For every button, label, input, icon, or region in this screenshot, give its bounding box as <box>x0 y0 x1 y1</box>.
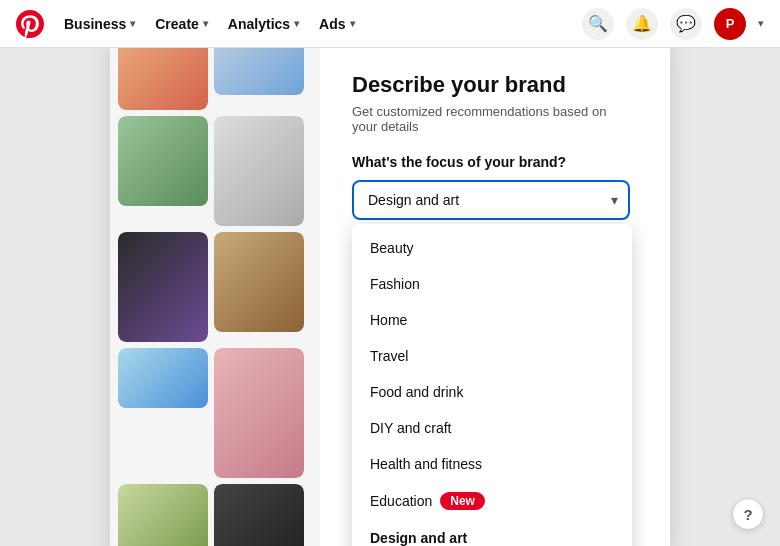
option-design-and-art[interactable]: Design and art <box>352 520 632 546</box>
nav-business[interactable]: Business ▾ <box>64 16 135 32</box>
nav-create[interactable]: Create ▾ <box>155 16 208 32</box>
bell-icon[interactable]: 🔔 <box>626 8 658 40</box>
search-icon[interactable]: 🔍 <box>582 8 614 40</box>
brand-focus-dropdown-wrapper: BeautyFashionHomeTravelFood and drinkDIY… <box>352 180 630 220</box>
mosaic-img-1 <box>118 40 208 110</box>
navbar: Business ▾ Create ▾ Analytics ▾ Ads ▾ 🔍 … <box>0 0 780 48</box>
mosaic-img-3 <box>118 116 208 226</box>
nav-ads[interactable]: Ads ▾ <box>319 16 354 32</box>
option-travel[interactable]: Travel <box>352 338 632 374</box>
modal-card: Describe your brand Get customized recom… <box>110 32 670 546</box>
user-avatar[interactable]: P <box>714 8 746 40</box>
option-beauty[interactable]: Beauty <box>352 230 632 266</box>
mosaic-img-6 <box>214 232 304 342</box>
mosaic-img-10 <box>214 484 304 546</box>
mosaic-img-5 <box>118 232 208 342</box>
option-diy-and-craft[interactable]: DIY and craft <box>352 410 632 446</box>
mosaic-img-9 <box>118 484 208 546</box>
help-button[interactable]: ? <box>732 498 764 530</box>
modal-title: Describe your brand <box>352 72 630 98</box>
chevron-down-icon: ▾ <box>203 18 208 29</box>
main-area: Describe your brand Get customized recom… <box>0 48 780 546</box>
option-health-and-fitness[interactable]: Health and fitness <box>352 446 632 482</box>
option-food-and-drink[interactable]: Food and drink <box>352 374 632 410</box>
nav-analytics[interactable]: Analytics ▾ <box>228 16 299 32</box>
chevron-down-icon: ▾ <box>758 17 764 30</box>
option-fashion[interactable]: Fashion <box>352 266 632 302</box>
mosaic-img-4 <box>214 116 304 226</box>
mosaic-img-7 <box>118 348 208 478</box>
chevron-down-icon: ▾ <box>350 18 355 29</box>
mosaic-img-2 <box>214 40 304 110</box>
form-side: Describe your brand Get customized recom… <box>352 72 630 522</box>
chat-icon[interactable]: 💬 <box>670 8 702 40</box>
dropdown-list: Beauty Fashion Home Travel Food and drin… <box>352 224 632 546</box>
chevron-down-icon: ▾ <box>130 18 135 29</box>
pinterest-logo[interactable] <box>16 10 44 38</box>
image-mosaic <box>110 32 320 546</box>
option-education[interactable]: Education New <box>352 482 632 520</box>
mosaic-img-8 <box>214 348 304 478</box>
chevron-down-icon: ▾ <box>294 18 299 29</box>
modal-subtitle: Get customized recommendations based on … <box>352 104 630 134</box>
option-home[interactable]: Home <box>352 302 632 338</box>
brand-focus-select[interactable]: BeautyFashionHomeTravelFood and drinkDIY… <box>352 180 630 220</box>
education-badge: New <box>440 492 485 510</box>
nav-right: 🔍 🔔 💬 P ▾ <box>582 8 764 40</box>
focus-label: What's the focus of your brand? <box>352 154 630 170</box>
